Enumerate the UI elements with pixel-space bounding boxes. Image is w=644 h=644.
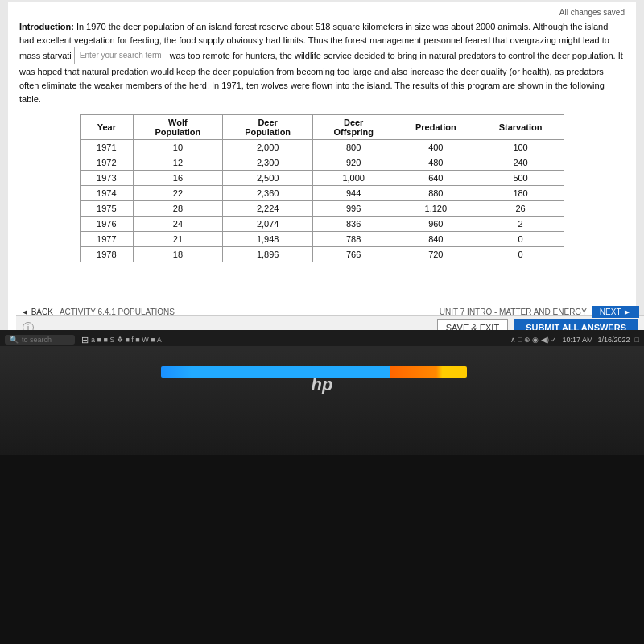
table-cell-r1-c4: 480: [394, 155, 477, 170]
table-cell-r5-c1: 24: [133, 216, 223, 231]
table-cell-r7-c0: 1978: [80, 246, 133, 262]
table-cell-r7-c4: 720: [394, 246, 477, 262]
table-cell-r0-c3: 800: [313, 139, 394, 155]
search-tooltip[interactable]: Enter your search term: [74, 47, 167, 64]
intro-paragraph: Introduction: In 1970 the deer populatio…: [19, 20, 625, 106]
table-wrapper: Year WolfPopulation DeerPopulation DeerO…: [19, 114, 625, 262]
table-cell-r2-c1: 16: [133, 170, 223, 185]
table-cell-r0-c1: 10: [133, 139, 223, 155]
table-cell-r3-c4: 880: [394, 185, 477, 200]
taskbar-app-icons: a ■ ■ S ❖ ■ f ■ W ■ A: [91, 336, 162, 344]
nav-bottom-row: ◄ BACK ACTIVITY 6.4.1 POPULATIONS UNIT 7…: [16, 304, 644, 320]
table-row: 1978181,8967667200: [80, 246, 564, 262]
table-cell-r4-c5: 26: [477, 200, 564, 216]
table-cell-r3-c0: 1974: [80, 185, 133, 200]
search-input[interactable]: [22, 336, 70, 344]
taskbar-date: 1/16/2022: [598, 336, 630, 344]
taskbar-time: 10:17 AM: [562, 336, 592, 344]
intro-label: Introduction:: [19, 22, 74, 31]
table-cell-r6-c2: 1,948: [223, 231, 313, 246]
table-cell-r4-c2: 2,224: [223, 200, 313, 216]
table-cell-r2-c5: 500: [477, 170, 564, 185]
col-deer-offspring: DeerOffspring: [313, 114, 394, 139]
table-cell-r5-c5: 2: [477, 216, 564, 231]
table-row: 1976242,0748369602: [80, 216, 564, 231]
table-cell-r6-c1: 21: [133, 231, 223, 246]
search-icon: 🔍: [10, 336, 19, 344]
population-table: Year WolfPopulation DeerPopulation DeerO…: [80, 114, 564, 262]
table-row: 1973162,5001,000640500: [80, 170, 564, 185]
table-cell-r2-c3: 1,000: [313, 170, 394, 185]
keyboard-area: * «4 540 7← 4+ I44 ►II ►I► → brt sc dele…: [0, 455, 644, 644]
table-cell-r7-c3: 766: [313, 246, 394, 262]
col-year: Year: [80, 114, 133, 139]
table-cell-r6-c5: 0: [477, 231, 564, 246]
table-row: 1977211,9487888400: [80, 231, 564, 246]
table-cell-r0-c2: 2,000: [223, 139, 313, 155]
browser-content: All changes saved Introduction: In 1970 …: [8, 2, 636, 340]
table-cell-r3-c1: 22: [133, 185, 223, 200]
windows-icon: ⊞: [81, 335, 89, 345]
table-cell-r2-c2: 2,500: [223, 170, 313, 185]
table-cell-r0-c4: 400: [394, 139, 477, 155]
system-tray: ∧ □ ⊕ ◉ ◀) ✓: [510, 336, 558, 344]
table-cell-r4-c0: 1975: [80, 200, 133, 216]
table-cell-r4-c3: 996: [313, 200, 394, 216]
all-changes-saved-label: All changes saved: [19, 8, 625, 17]
saved-text: All changes saved: [559, 8, 625, 17]
laptop-screen: All changes saved Introduction: In 1970 …: [0, 0, 644, 346]
table-cell-r6-c0: 1977: [80, 231, 133, 246]
nav-right: UNIT 7 INTRO - MATTER AND ENERGY NEXT ►: [440, 306, 639, 318]
table-cell-r0-c0: 1971: [80, 139, 133, 155]
table-cell-r5-c2: 2,074: [223, 216, 313, 231]
table-cell-r5-c0: 1976: [80, 216, 133, 231]
table-row: 1971102,000800400100: [80, 139, 564, 155]
col-predation: Predation: [394, 114, 477, 139]
table-cell-r4-c1: 28: [133, 200, 223, 216]
taskbar-search[interactable]: 🔍: [5, 335, 75, 345]
next-button[interactable]: NEXT ►: [592, 306, 639, 318]
taskbar-extra-icon: □: [635, 336, 639, 344]
table-row: 1974222,360944880180: [80, 185, 564, 200]
table-cell-r1-c2: 2,300: [223, 155, 313, 170]
taskbar-right: ∧ □ ⊕ ◉ ◀) ✓ 10:17 AM 1/16/2022 □: [510, 336, 639, 344]
taskbar-icons: ⊞ a ■ ■ S ❖ ■ f ■ W ■ A: [78, 333, 165, 347]
col-starvation: Starvation: [477, 114, 564, 139]
activity-label: ACTIVITY 6.4.1 POPULATIONS: [60, 308, 175, 316]
pencil-container: [161, 362, 467, 378]
table-cell-r5-c3: 836: [313, 216, 394, 231]
table-header-row: Year WolfPopulation DeerPopulation DeerO…: [80, 114, 564, 139]
table-cell-r6-c4: 840: [394, 231, 477, 246]
table-cell-r1-c5: 240: [477, 155, 564, 170]
table-cell-r3-c5: 180: [477, 185, 564, 200]
table-row: 1972122,300920480240: [80, 155, 564, 170]
table-cell-r2-c0: 1973: [80, 170, 133, 185]
pencil: [161, 366, 467, 378]
table-cell-r7-c1: 18: [133, 246, 223, 262]
table-cell-r4-c4: 1,120: [394, 200, 477, 216]
table-cell-r7-c5: 0: [477, 246, 564, 262]
table-row: 1975282,2249961,12026: [80, 200, 564, 216]
unit-label: UNIT 7 INTRO - MATTER AND ENERGY: [440, 308, 587, 316]
search-placeholder-text: Enter your search term: [80, 51, 162, 60]
table-cell-r1-c0: 1972: [80, 155, 133, 170]
table-cell-r1-c3: 920: [313, 155, 394, 170]
col-deer-population: DeerPopulation: [223, 114, 313, 139]
table-body: 1971102,0008004001001972122,300920480240…: [80, 139, 564, 262]
table-cell-r3-c3: 944: [313, 185, 394, 200]
table-cell-r2-c4: 640: [394, 170, 477, 185]
table-cell-r6-c3: 788: [313, 231, 394, 246]
table-cell-r1-c1: 12: [133, 155, 223, 170]
table-cell-r3-c2: 2,360: [223, 185, 313, 200]
col-wolf-population: WolfPopulation: [133, 114, 223, 139]
nav-left: ◄ BACK ACTIVITY 6.4.1 POPULATIONS: [21, 308, 175, 316]
table-cell-r5-c4: 960: [394, 216, 477, 231]
table-cell-r7-c2: 1,896: [223, 246, 313, 262]
table-cell-r0-c5: 100: [477, 139, 564, 155]
back-button[interactable]: ◄ BACK: [21, 308, 53, 316]
